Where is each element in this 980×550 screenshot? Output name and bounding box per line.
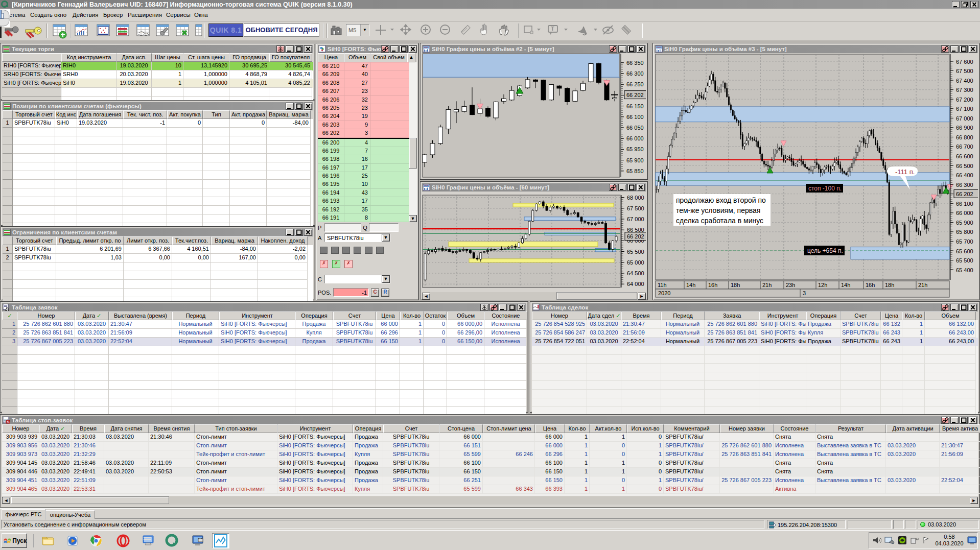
svg-text:66 300: 66 300 <box>956 182 973 188</box>
svg-text:14h: 14h <box>686 282 695 288</box>
svg-text:67 100: 67 100 <box>956 106 973 112</box>
svg-text:16h: 16h <box>866 282 875 288</box>
svg-text:66 600: 66 600 <box>956 153 973 159</box>
svg-text:66 500: 66 500 <box>956 163 973 169</box>
svg-text:66 000: 66 000 <box>956 210 973 216</box>
svg-text:2020: 2020 <box>658 290 670 296</box>
svg-text:65 950: 65 950 <box>626 146 644 152</box>
svg-text:65 600: 65 600 <box>956 248 973 254</box>
svg-text:66 100: 66 100 <box>956 201 973 207</box>
svg-text:67 500: 67 500 <box>627 205 644 211</box>
svg-text:66 202: 66 202 <box>627 233 644 240</box>
svg-text:65 900: 65 900 <box>626 157 644 163</box>
svg-text:65 850: 65 850 <box>626 168 644 174</box>
svg-text:12h: 12h <box>818 282 827 288</box>
svg-text:18h: 18h <box>885 282 894 288</box>
svg-text:68 000: 68 000 <box>627 195 644 201</box>
svg-text:65 400: 65 400 <box>956 267 973 273</box>
svg-text:65 800: 65 800 <box>956 229 973 235</box>
svg-text:сделка сработала в минус: сделка сработала в минус <box>676 217 763 225</box>
svg-text:67 500: 67 500 <box>956 68 973 74</box>
svg-text:66 250: 66 250 <box>626 81 644 87</box>
svg-text:14h: 14h <box>841 282 850 288</box>
svg-text:65 500: 65 500 <box>956 257 973 264</box>
svg-text:67 600: 67 600 <box>956 59 973 65</box>
svg-text:64 000: 64 000 <box>627 281 644 287</box>
svg-text:3: 3 <box>803 290 806 296</box>
svg-text:66 900: 66 900 <box>956 125 973 131</box>
svg-text:16h: 16h <box>708 282 717 288</box>
svg-text:66 202: 66 202 <box>956 191 973 197</box>
svg-text:67 200: 67 200 <box>956 97 973 103</box>
svg-text:67 000: 67 000 <box>956 115 973 122</box>
svg-text:67 000: 67 000 <box>627 216 644 222</box>
svg-text:66 050: 66 050 <box>626 125 644 131</box>
svg-text:21h: 21h <box>918 282 927 288</box>
svg-text:66 100: 66 100 <box>626 114 644 120</box>
svg-text:65 900: 65 900 <box>956 220 973 226</box>
svg-text:64 500: 64 500 <box>627 270 644 276</box>
svg-text:тем-же условиям, первая: тем-же условиям, первая <box>676 206 760 214</box>
svg-text:продолжаю вход второй по: продолжаю вход второй по <box>676 196 766 204</box>
svg-text:66 800: 66 800 <box>956 134 973 140</box>
svg-text:66 400: 66 400 <box>956 172 973 178</box>
svg-text:стоп -100 п.: стоп -100 п. <box>808 185 842 192</box>
svg-text:65 500: 65 500 <box>627 249 644 255</box>
svg-text:21h: 21h <box>762 282 772 288</box>
svg-text:66 350: 66 350 <box>626 60 644 66</box>
svg-text:65 700: 65 700 <box>956 238 973 245</box>
svg-text:23h: 23h <box>786 282 795 288</box>
svg-text:11h: 11h <box>658 282 667 288</box>
svg-text:T: T <box>551 26 554 32</box>
svg-text:66 202: 66 202 <box>626 92 644 98</box>
svg-text:66 000: 66 000 <box>626 135 644 141</box>
svg-text:65 000: 65 000 <box>627 259 644 266</box>
svg-text:S: S <box>7 420 10 424</box>
svg-text:-111 п.: -111 п. <box>895 168 915 176</box>
svg-text:67 300: 67 300 <box>956 87 973 93</box>
svg-text:66 300: 66 300 <box>626 70 644 77</box>
svg-text:18h: 18h <box>731 282 740 288</box>
svg-text:66 700: 66 700 <box>956 144 973 150</box>
svg-text:цель +654 п.: цель +654 п. <box>807 247 843 254</box>
svg-text:66 150: 66 150 <box>626 103 644 109</box>
svg-text:67 400: 67 400 <box>956 78 973 84</box>
